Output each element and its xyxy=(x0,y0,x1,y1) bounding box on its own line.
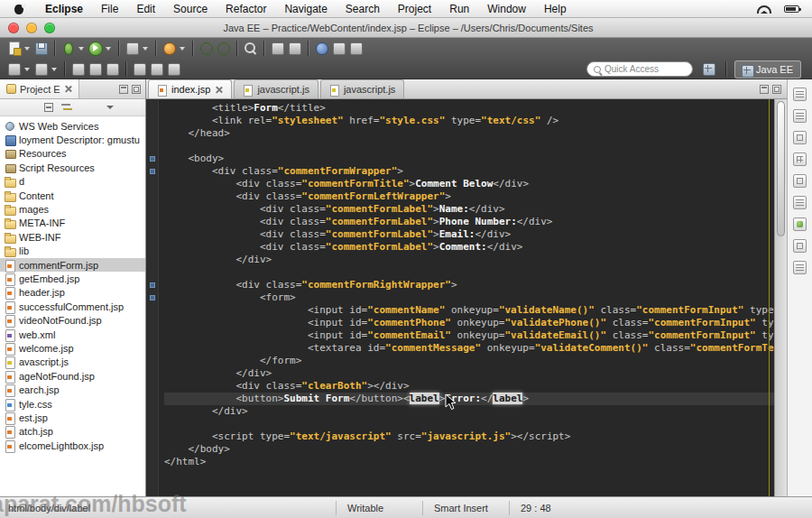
tree-item[interactable]: WS Web Services xyxy=(0,119,145,133)
fold-marker-icon[interactable] xyxy=(150,156,155,162)
tree-item[interactable]: tyle.css xyxy=(0,397,145,411)
menu-window[interactable]: Window xyxy=(478,0,535,18)
tree-item[interactable]: web.xml xyxy=(0,328,145,341)
next-edit-location-icon[interactable] xyxy=(88,61,103,77)
editor-tab-javascript.js[interactable]: javascript.js xyxy=(320,79,404,98)
code-line[interactable]: <div class="clearBoth"></div> xyxy=(164,380,774,393)
code-line[interactable]: <script type="text/javascript" src="java… xyxy=(164,430,774,443)
menu-eclipse[interactable]: Eclipse xyxy=(36,0,92,18)
fold-marker-icon[interactable] xyxy=(150,295,155,301)
new-servlet-icon[interactable] xyxy=(125,41,140,56)
previous-annotation-icon[interactable] xyxy=(270,41,285,56)
tab-project-explorer[interactable]: Project E xyxy=(0,79,79,98)
perspective-java-ee-button[interactable]: Java EE xyxy=(734,60,801,79)
toggle-block-selection-icon[interactable] xyxy=(348,41,364,56)
code-line[interactable] xyxy=(164,266,774,279)
tree-item[interactable]: videoNotFound.jsp xyxy=(0,313,145,327)
code-line[interactable] xyxy=(164,418,774,430)
menu-help[interactable]: Help xyxy=(535,0,576,18)
minimize-view-icon[interactable] xyxy=(119,85,128,94)
external-tools-icon[interactable] xyxy=(161,41,177,56)
tree-item[interactable]: Script Resources xyxy=(0,161,145,174)
maximize-view-icon[interactable] xyxy=(132,85,141,94)
code-line[interactable]: <div class="commentFormLabel">Email:</di… xyxy=(164,228,774,241)
code-line[interactable]: <div class="commentFormLabel">Comment:</… xyxy=(164,241,774,254)
tree-item[interactable]: earch.jsp xyxy=(0,383,145,396)
link-with-editor-icon[interactable] xyxy=(314,41,329,56)
code-line[interactable]: </html> xyxy=(164,456,774,468)
code-line[interactable]: <button>Submit Form</button><label>Error… xyxy=(164,393,774,405)
back-icon[interactable] xyxy=(6,61,22,77)
minimize-editor-icon[interactable] xyxy=(760,85,769,94)
code-line[interactable]: </form> xyxy=(164,355,774,367)
minimize-window-button[interactable] xyxy=(26,23,37,33)
code-line[interactable]: <body> xyxy=(164,153,774,165)
zoom-window-button[interactable] xyxy=(44,23,55,33)
code-line[interactable]: <input id="commentEmail" onkeyup="valida… xyxy=(164,329,774,342)
fold-marker-icon[interactable] xyxy=(150,282,155,288)
tree-item[interactable]: Resources xyxy=(0,147,145,161)
code-line[interactable]: <div class="commentFormLabel">Name:</div… xyxy=(164,203,774,216)
scrollbar-thumb[interactable] xyxy=(777,101,785,236)
tree-item[interactable]: est.jsp xyxy=(0,411,145,424)
tree-item[interactable]: loyment Descriptor: gmustu xyxy=(0,133,145,146)
forward-icon[interactable] xyxy=(33,61,49,77)
tree-item[interactable]: successfulComment.jsp xyxy=(0,300,145,313)
code-line[interactable]: <form> xyxy=(164,291,774,304)
new-wizard-icon[interactable] xyxy=(6,41,22,56)
code-editor[interactable]: <title>Form</title> <link rel="styleshee… xyxy=(146,99,774,496)
update-site-icon[interactable] xyxy=(198,41,214,56)
tree-item[interactable]: elcomeLightbox.jsp xyxy=(0,439,145,452)
new-wizard-menu-icon[interactable] xyxy=(23,41,32,56)
profile-icon[interactable] xyxy=(166,61,181,77)
tree-item[interactable]: mages xyxy=(0,202,145,216)
properties-icon[interactable] xyxy=(793,261,807,274)
menu-source[interactable]: Source xyxy=(164,0,217,18)
close-window-button[interactable] xyxy=(8,23,19,33)
validate-icon[interactable] xyxy=(149,61,164,77)
tree-item[interactable]: welcome.jsp xyxy=(0,341,145,355)
tree-item[interactable]: getEmbed.jsp xyxy=(0,272,145,285)
code-line[interactable]: <input id="commentName" onkeyup="validat… xyxy=(164,304,774,317)
servers-icon[interactable] xyxy=(793,217,807,231)
tree-item[interactable]: header.jsp xyxy=(0,286,145,300)
install-software-icon[interactable] xyxy=(216,41,231,56)
run-jsp-icon[interactable] xyxy=(132,61,147,77)
tree-item[interactable]: avascript.js xyxy=(0,356,145,369)
code-line[interactable] xyxy=(164,140,774,153)
last-edit-location-icon[interactable] xyxy=(70,61,86,77)
editor-scrollbar[interactable] xyxy=(774,99,787,496)
snippets-icon[interactable] xyxy=(793,153,807,166)
code-line[interactable]: <div class="commentFormLeftWrapper"> xyxy=(164,190,774,203)
tree-item[interactable]: ageNotFound.jsp xyxy=(0,369,145,383)
maximize-editor-icon[interactable] xyxy=(772,85,781,94)
view-menu-icon[interactable] xyxy=(105,102,115,113)
back-menu-icon[interactable] xyxy=(23,61,32,77)
menu-refactor[interactable]: Refactor xyxy=(217,0,275,18)
toggle-mark-occurrences-icon[interactable] xyxy=(331,41,346,56)
outline-icon[interactable] xyxy=(793,109,807,123)
apple-logo-icon[interactable] xyxy=(13,3,25,15)
run-menu-icon[interactable] xyxy=(105,41,113,56)
code-line[interactable]: <div class="commentFormRightWrapper"> xyxy=(164,279,774,291)
code-line[interactable]: </div> xyxy=(164,254,774,266)
code-line[interactable]: <link rel="stylesheet" href="style.css" … xyxy=(164,115,774,127)
wifi-icon[interactable] xyxy=(757,4,771,14)
editor-tab-javascript.js[interactable]: javascript.js xyxy=(234,79,318,98)
tree-item[interactable]: lib xyxy=(0,245,145,258)
task-list-icon[interactable] xyxy=(793,131,807,144)
menu-edit[interactable]: Edit xyxy=(127,0,164,18)
new-servlet-menu-icon[interactable] xyxy=(142,41,150,56)
tree-item[interactable]: META-INF xyxy=(0,217,145,230)
tree-item[interactable]: Content xyxy=(0,189,145,202)
code-line[interactable]: </head> xyxy=(164,127,774,140)
tree-item[interactable]: d xyxy=(0,175,145,189)
open-perspective-icon[interactable] xyxy=(701,61,716,77)
markers-icon[interactable] xyxy=(793,196,807,209)
tree-item[interactable]: WEB-INF xyxy=(0,230,145,244)
link-with-editor-icon[interactable] xyxy=(61,102,72,113)
restore-view-icon[interactable] xyxy=(793,88,807,101)
console-icon[interactable] xyxy=(793,239,807,253)
pin-editor-icon[interactable] xyxy=(105,61,120,77)
insert-mode-status[interactable]: Smart Insert xyxy=(422,501,509,515)
